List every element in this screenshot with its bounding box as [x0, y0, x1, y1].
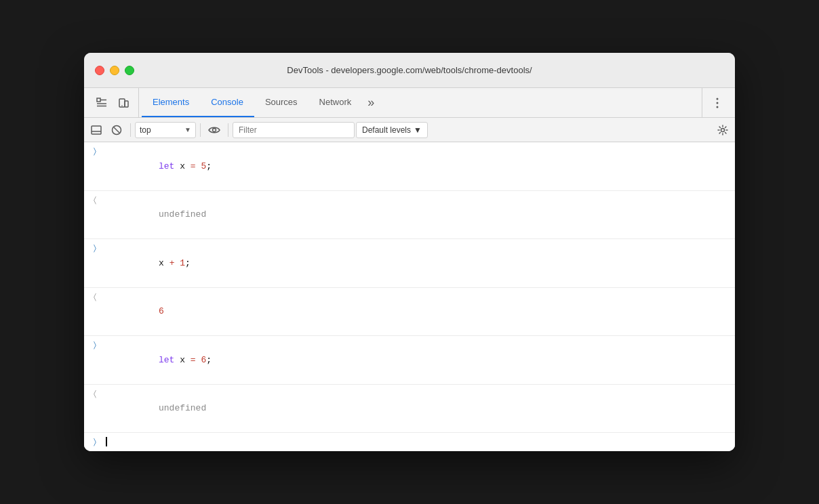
toolbar-divider-2 [200, 123, 201, 137]
devtools-menu-icon[interactable] [708, 93, 727, 112]
clear-console-icon[interactable] [107, 121, 126, 140]
close-button[interactable] [95, 66, 104, 75]
context-selector-arrow-icon: ▼ [184, 126, 191, 133]
console-row: 〈 6 [84, 288, 735, 337]
cursor-blink [106, 437, 107, 446]
settings-icon[interactable] [713, 121, 732, 140]
svg-rect-5 [125, 101, 128, 107]
minimize-button[interactable] [110, 66, 119, 75]
tab-console[interactable]: Console [200, 88, 254, 117]
console-row: 〉 let x = 5; [84, 142, 735, 191]
device-toolbar-icon[interactable] [114, 93, 133, 112]
input-arrow-icon: 〉 [84, 243, 106, 253]
maximize-button[interactable] [125, 66, 134, 75]
input-arrow-icon: 〉 [84, 340, 106, 350]
console-row: 〈 undefined [84, 191, 735, 240]
inspect-element-icon[interactable] [92, 93, 111, 112]
show-drawer-icon[interactable] [87, 121, 106, 140]
console-prompt[interactable] [106, 437, 730, 446]
tab-network[interactable]: Network [308, 88, 363, 117]
default-levels-button[interactable]: Default levels ▼ [356, 122, 428, 138]
tab-elements[interactable]: Elements [142, 88, 200, 117]
toolbar-divider-3 [228, 123, 228, 137]
console-input: let x = 6; [106, 340, 730, 380]
input-arrow-icon: 〉 [84, 146, 106, 156]
console-output-value: undefined [106, 389, 730, 429]
svg-point-15 [721, 128, 725, 131]
console-output: 〉 let x = 5; 〈 undefined 〉 x + 1; [84, 142, 735, 451]
output-arrow-icon: 〈 [84, 195, 106, 205]
svg-line-13 [114, 127, 119, 133]
output-arrow-icon: 〈 [84, 292, 106, 302]
console-prompt-row[interactable]: 〉 [84, 433, 735, 451]
output-arrow-icon: 〈 [84, 389, 106, 399]
tab-sources[interactable]: Sources [254, 88, 308, 117]
eye-icon[interactable] [205, 121, 224, 140]
filter-input-wrapper[interactable] [233, 122, 355, 138]
title-bar: DevTools - developers.google.com/web/too… [84, 53, 735, 88]
toolbar-divider-1 [130, 123, 131, 137]
tab-bar-menu [702, 88, 732, 117]
console-row: 〉 let x = 6; [84, 336, 735, 385]
prompt-arrow-icon: 〉 [84, 437, 106, 447]
filter-input[interactable] [239, 125, 348, 135]
console-output-value: 6 [106, 292, 730, 332]
console-output-value: undefined [106, 195, 730, 235]
svg-point-7 [717, 98, 719, 100]
svg-point-8 [717, 102, 719, 104]
svg-point-14 [213, 128, 216, 131]
svg-point-9 [717, 106, 719, 108]
console-toolbar: top ▼ Default levels ▼ [84, 118, 735, 142]
context-selector[interactable]: top ▼ [135, 122, 196, 138]
console-row: 〈 undefined [84, 385, 735, 434]
tab-bar-icons [87, 88, 139, 117]
traffic-lights [95, 66, 134, 75]
svg-rect-0 [97, 98, 100, 102]
devtools-window: DevTools - developers.google.com/web/too… [84, 53, 735, 451]
more-tabs-button[interactable]: » [362, 88, 380, 117]
devtools-panel: Elements Console Sources Network » [84, 88, 735, 451]
console-input: x + 1; [106, 243, 730, 283]
svg-point-6 [121, 105, 123, 106]
tab-bar: Elements Console Sources Network » [84, 88, 735, 118]
svg-rect-10 [92, 126, 101, 134]
default-levels-arrow-icon: ▼ [414, 125, 422, 135]
console-row: 〉 x + 1; [84, 239, 735, 288]
window-title: DevTools - developers.google.com/web/too… [287, 65, 532, 75]
console-input: let x = 5; [106, 146, 730, 186]
